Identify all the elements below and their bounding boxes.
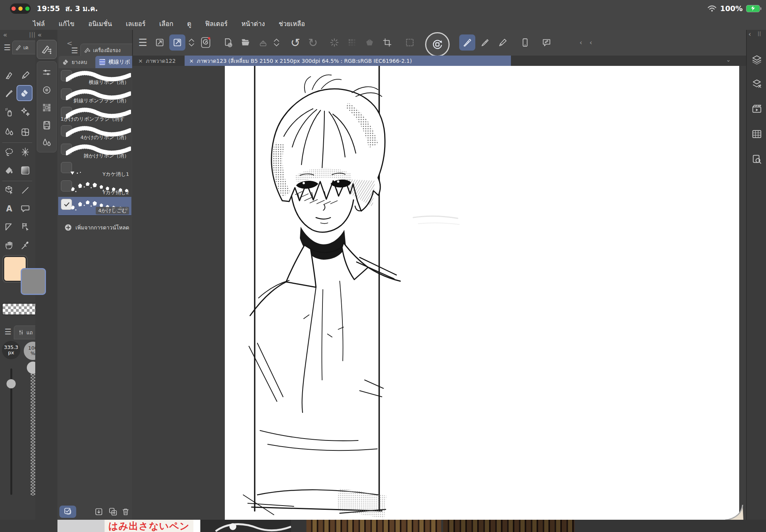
canvas-tab-2-active[interactable]: × ภาพวาด123 (สี่เหลี่ยม B5 2150 x 2150px…	[185, 56, 511, 66]
subtool-brush-row[interactable]: Yカケ消し1	[58, 160, 131, 179]
add-from-download-button[interactable]: เพิ่มจากการดาวน์โหลด	[64, 223, 129, 232]
processing-button[interactable]	[327, 34, 342, 51]
feedback-chat-button[interactable]	[539, 34, 554, 51]
close-window-dot[interactable]	[11, 7, 16, 11]
property-menu-icon[interactable]: ☰	[5, 328, 11, 336]
collapse-palette-chevron[interactable]: «	[3, 31, 7, 39]
marker-pen-button[interactable]	[495, 34, 511, 51]
menu-view[interactable]: ดู	[187, 18, 192, 29]
duplicate-subtool-button[interactable]	[106, 506, 120, 518]
dock-layer-icon[interactable]	[750, 53, 764, 67]
subtool-brush-row[interactable]: 1かけのリボンブラシ（消す	[58, 105, 131, 124]
dock-layer-property-icon[interactable]	[750, 77, 764, 90]
subtool-tab-eraser[interactable]: ยางลบ	[59, 56, 98, 68]
drawing-canvas[interactable]	[225, 66, 739, 520]
tool-fill-bucket[interactable]	[2, 163, 16, 178]
tool-auto-select[interactable]	[18, 145, 33, 159]
export-chevron-updown[interactable]	[271, 34, 282, 51]
subtool-menu-icon[interactable]: ☰	[71, 47, 78, 54]
tool-pencil[interactable]	[18, 68, 33, 83]
right-dock-collapse-chevron[interactable]: ‹	[748, 30, 751, 38]
select-fade-button[interactable]	[344, 34, 360, 51]
tool-hand[interactable]	[2, 238, 16, 253]
dock-collapse-chevron[interactable]: «	[38, 31, 42, 39]
dock-blend-icon[interactable]	[41, 137, 53, 149]
delete-subtool-button[interactable]	[119, 506, 132, 518]
tool-correct-line[interactable]	[18, 220, 33, 234]
menu-layer[interactable]: เลเยอร์	[126, 18, 145, 29]
decoration-brush-button[interactable]	[478, 34, 493, 51]
brush-size-slider-knob[interactable]	[7, 379, 16, 388]
smartphone-button[interactable]	[517, 34, 533, 51]
zoom-window-dot[interactable]	[25, 7, 29, 11]
menu-filter[interactable]: ฟิลเตอร์	[205, 18, 228, 29]
dock-item-search-icon[interactable]	[750, 152, 764, 166]
minimize-window-dot[interactable]	[18, 7, 23, 11]
dock-timeline-icon[interactable]	[41, 119, 53, 131]
tool-balloon[interactable]	[18, 201, 33, 216]
menu-help[interactable]: ช่วยเหลือ	[279, 18, 305, 29]
tool-figure-line[interactable]	[18, 183, 33, 198]
tool-palette-menu-icon[interactable]: ☰	[4, 44, 11, 51]
undo-button[interactable]: ↺	[288, 34, 303, 51]
tool-gradient[interactable]	[18, 163, 33, 178]
open-file-button[interactable]	[238, 34, 253, 51]
tab-subtool[interactable]: เครื่องมือรอง	[80, 44, 136, 57]
close-tab-icon[interactable]: ×	[189, 58, 194, 64]
dock-tool-palette-button[interactable]	[37, 40, 57, 59]
main-menu-button[interactable]: ☰	[135, 34, 151, 51]
tab-tool[interactable]: เค	[12, 41, 38, 54]
opacity-slider-track[interactable]	[31, 369, 35, 496]
marquee-button[interactable]	[402, 34, 417, 51]
tool-pen[interactable]	[2, 68, 16, 83]
dock-tool-property-icon[interactable]	[41, 66, 53, 79]
download-subtool-button[interactable]	[92, 506, 106, 518]
crop-button[interactable]	[380, 34, 395, 51]
close-tab-icon[interactable]: ×	[138, 58, 143, 64]
menu-window[interactable]: หน้าต่าง	[241, 18, 265, 29]
window-traffic-lights[interactable]	[10, 3, 31, 14]
dock-layer-grid-icon[interactable]	[750, 127, 764, 141]
right-dock-drag-handle[interactable]: ||	[758, 31, 761, 36]
export-button[interactable]	[255, 34, 271, 51]
tool-frame-border[interactable]	[2, 220, 16, 234]
tool-liquify[interactable]	[18, 125, 33, 139]
subtool-brush-row[interactable]: Yカケ消し2	[58, 178, 131, 197]
pen-ruler-button[interactable]	[459, 34, 475, 51]
subtool-brush-row[interactable]: 斜線リボンブラシ（消）	[58, 87, 131, 105]
tool-airbrush[interactable]	[2, 105, 16, 119]
brush-size-indicator[interactable]: 335.3 px	[2, 341, 20, 359]
clip-studio-logo-button[interactable]	[198, 34, 213, 51]
subtool-tab-ribbon[interactable]: 横線リボ	[95, 56, 135, 68]
shape-button[interactable]	[362, 34, 377, 51]
sub-color-swatch[interactable]	[21, 268, 46, 295]
toolbar-chevron-updown[interactable]	[186, 34, 197, 51]
subtool-brush-row-selected[interactable]: 4かけしごむ	[58, 197, 131, 216]
tool-lasso[interactable]	[2, 145, 16, 159]
reset-rotation-button[interactable]	[425, 32, 450, 57]
subtool-brush-row[interactable]: 4かけのリボン（消）	[58, 123, 131, 142]
tool-decoration[interactable]	[18, 105, 33, 119]
page-curl-handle[interactable]	[725, 505, 743, 520]
subtool-brush-row[interactable]: 雑かけリボン（消）	[58, 142, 131, 160]
redo-button[interactable]: ↻	[305, 34, 321, 51]
dock-subtool-detail-icon[interactable]	[41, 84, 53, 96]
tab-list-chevron-down[interactable]: ⌄	[726, 56, 731, 63]
tool-brush[interactable]	[2, 87, 16, 101]
toolbar-right-chevron2[interactable]: ‹	[589, 38, 592, 46]
tool-eraser[interactable]	[16, 85, 33, 101]
toolbar-right-chevron[interactable]: ‹	[579, 38, 582, 46]
tool-text[interactable]: A	[2, 201, 16, 216]
tool-blend[interactable]	[2, 125, 16, 139]
subtool-brush-row[interactable]: 横線リボン（消）	[58, 68, 131, 87]
dock-color-set-icon[interactable]	[41, 101, 53, 114]
tool-eyedropper[interactable]	[18, 238, 33, 253]
resize-canvas-button[interactable]	[152, 34, 167, 51]
menu-edit[interactable]: แก้ไข	[59, 18, 74, 29]
new-canvas-button[interactable]	[220, 34, 236, 51]
menu-select[interactable]: เลือก	[159, 18, 173, 29]
menu-file[interactable]: ไฟล์	[33, 18, 45, 29]
menu-animation[interactable]: อนิเมชั่น	[88, 18, 112, 29]
rotate-transform-button[interactable]	[169, 34, 185, 51]
canvas-tab-1[interactable]: × ภาพวาด122	[134, 56, 193, 66]
